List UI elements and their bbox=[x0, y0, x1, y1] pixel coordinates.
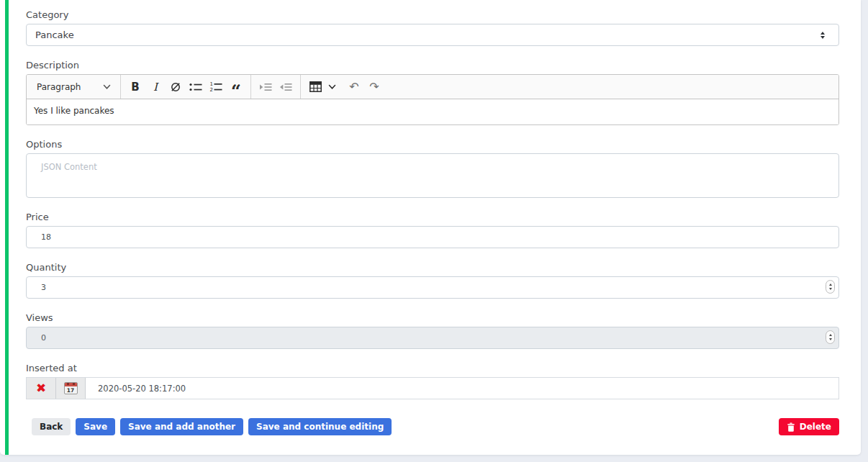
block-quote-icon: “ bbox=[231, 88, 241, 95]
table-dropdown-button[interactable] bbox=[325, 78, 338, 96]
category-label: Category bbox=[26, 9, 839, 21]
indent-button[interactable] bbox=[256, 78, 276, 96]
insert-table-button[interactable] bbox=[305, 78, 325, 96]
save-button[interactable]: Save bbox=[76, 418, 115, 435]
undo-icon: ↶ bbox=[349, 81, 358, 93]
numbered-list-button[interactable]: 1 2 bbox=[206, 78, 226, 96]
category-select-value: Pancake bbox=[35, 30, 74, 40]
views-field: Views bbox=[26, 312, 839, 349]
datetime-picker-row: ✖ 17 2020-05-20 18:17:00 bbox=[26, 377, 839, 399]
italic-button[interactable]: I bbox=[145, 78, 166, 96]
description-text: Yes I like pancakes bbox=[34, 106, 114, 116]
redo-icon: ↷ bbox=[369, 81, 379, 93]
delete-button[interactable]: Delete bbox=[779, 418, 839, 435]
form-content: Category Pancake Description Paragraph bbox=[26, 0, 839, 435]
bold-button[interactable]: B bbox=[125, 78, 145, 96]
quantity-label: Quantity bbox=[26, 262, 839, 273]
toolbar-separator bbox=[250, 75, 251, 99]
clear-x-icon: ✖ bbox=[36, 382, 46, 394]
price-label: Price bbox=[26, 212, 839, 223]
category-select[interactable]: Pancake bbox=[26, 24, 839, 46]
block-quote-button[interactable]: “ bbox=[226, 78, 246, 96]
table-icon bbox=[309, 81, 322, 92]
quantity-spinner[interactable] bbox=[826, 280, 835, 294]
select-arrows-icon bbox=[820, 32, 825, 39]
outdent-icon bbox=[279, 81, 292, 93]
heading-dropdown[interactable]: Paragraph bbox=[32, 78, 116, 96]
svg-text:1: 1 bbox=[210, 81, 213, 87]
bulleted-list-icon bbox=[189, 82, 202, 92]
options-textarea[interactable] bbox=[26, 153, 839, 198]
redo-button[interactable]: ↷ bbox=[364, 78, 384, 96]
inserted-at-value[interactable]: 2020-05-20 18:17:00 bbox=[98, 384, 186, 394]
link-icon bbox=[169, 81, 182, 94]
price-input[interactable] bbox=[26, 226, 839, 248]
save-and-add-another-button[interactable]: Save and add another bbox=[120, 418, 243, 435]
datetime-clear-button[interactable]: ✖ bbox=[27, 378, 56, 399]
quantity-field: Quantity bbox=[26, 262, 839, 299]
description-editor-body[interactable]: Yes I like pancakes bbox=[27, 99, 838, 124]
description-label: Description bbox=[26, 60, 839, 71]
italic-icon: I bbox=[153, 81, 158, 94]
options-label: Options bbox=[26, 139, 839, 150]
views-input bbox=[26, 327, 839, 349]
richtext-editor: Paragraph B I bbox=[26, 74, 839, 125]
delete-button-label: Delete bbox=[800, 422, 831, 432]
bulleted-list-button[interactable] bbox=[186, 78, 206, 96]
back-button[interactable]: Back bbox=[32, 418, 71, 435]
toolbar-separator bbox=[120, 75, 121, 99]
link-button[interactable] bbox=[166, 78, 186, 96]
datetime-calendar-button[interactable]: 17 bbox=[56, 378, 86, 399]
price-field: Price bbox=[26, 212, 839, 248]
description-field: Description Paragraph B I bbox=[26, 60, 839, 125]
undo-button[interactable]: ↶ bbox=[344, 78, 364, 96]
form-card: Category Pancake Description Paragraph bbox=[0, 0, 861, 455]
numbered-list-icon: 1 2 bbox=[209, 81, 222, 92]
inserted-at-field: Inserted at ✖ 17 2020-05-20 18:17:00 bbox=[26, 363, 839, 399]
category-field: Category Pancake bbox=[26, 0, 839, 46]
indent-icon bbox=[259, 81, 272, 93]
form-actions: Back Save Save and add another Save and … bbox=[26, 418, 839, 435]
trash-icon bbox=[787, 422, 795, 432]
chevron-down-icon bbox=[328, 83, 336, 90]
accent-bar bbox=[5, 0, 9, 455]
chevron-down-icon bbox=[103, 83, 111, 90]
inserted-at-label: Inserted at bbox=[26, 363, 839, 374]
outdent-button[interactable] bbox=[276, 78, 296, 96]
views-label: Views bbox=[26, 312, 839, 324]
heading-dropdown-label: Paragraph bbox=[37, 82, 81, 92]
editor-toolbar: Paragraph B I bbox=[27, 75, 838, 99]
toolbar-separator bbox=[300, 75, 301, 99]
options-field: Options bbox=[26, 139, 839, 198]
svg-text:2: 2 bbox=[210, 87, 213, 92]
bold-icon: B bbox=[131, 81, 139, 94]
calendar-icon: 17 bbox=[64, 382, 78, 394]
save-and-continue-button[interactable]: Save and continue editing bbox=[248, 418, 392, 435]
quantity-input[interactable] bbox=[26, 276, 839, 299]
views-spinner bbox=[826, 330, 835, 344]
